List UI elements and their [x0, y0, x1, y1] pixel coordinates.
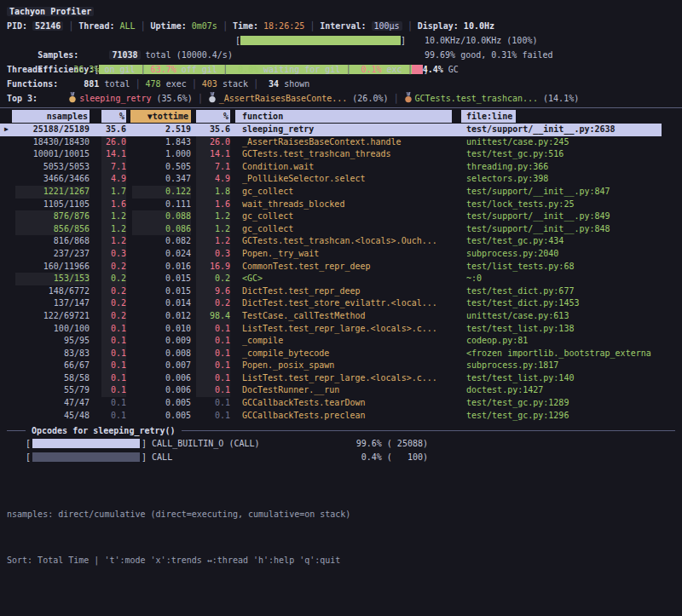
cell-fn: _PollLikeSelector.select: [242, 173, 455, 186]
table-row[interactable]: 122/697210.20.01298.4TestCase._callTestM…: [0, 310, 682, 323]
cell-ns: 95/95: [15, 335, 90, 348]
cell-ns: 816/868: [15, 235, 90, 248]
table-row[interactable]: 1221/12671.70.1221.8gc_collecttest/suppo…: [0, 186, 682, 199]
table-row[interactable]: 47/470.10.0050.1GCCallbackTests.tearDown…: [0, 397, 682, 410]
threads-label: Threads:: [7, 65, 48, 74]
table-row[interactable]: 153/1530.20.0150.2<GC>~:0: [0, 273, 682, 285]
cell-fl: test/list_tests.py:68: [466, 261, 667, 273]
threads-value: 0.1%: [355, 65, 381, 74]
column-header-ns[interactable]: nsamples: [12, 110, 90, 123]
samples-rate: 10.0KHz/10.0KHz (100%): [425, 33, 537, 48]
top3-percent: (35.6%): [152, 94, 193, 103]
samples-bar: [240, 36, 401, 45]
opcode-bar-bracket: [: [26, 452, 31, 462]
cell-p2: 4.9: [196, 173, 230, 186]
cell-fl: codeop.py:81: [466, 335, 667, 348]
status-value: 0m07s: [192, 21, 217, 31]
table-row[interactable]: 876/8761.20.0881.2gc_collecttest/support…: [0, 210, 682, 223]
silver-medal-icon: [208, 92, 217, 107]
cell-p2: 16.9: [196, 261, 230, 273]
cell-p1: 0.3: [101, 248, 126, 261]
table-row[interactable]: 816/8681.20.0821.2GCTests.test_trashcan.…: [0, 235, 682, 248]
cell-p2: 0.1: [196, 397, 230, 410]
cell-p1: 0.1: [101, 323, 126, 336]
cell-fn: Condition.wait: [242, 161, 455, 174]
table-row[interactable]: 3466/34664.90.3474.9_PollLikeSelector.se…: [0, 173, 682, 186]
table-row[interactable]: 18430/1843026.01.84326.0_AssertRaisesBas…: [0, 136, 682, 149]
table-row[interactable]: ▶25188/2518935.62.51935.6sleeping_retryt…: [0, 124, 662, 136]
table-row[interactable]: 45/480.10.0050.1GCCallbackTests.preclean…: [0, 410, 682, 423]
status-value: 10.0Hz: [464, 21, 494, 31]
cell-ns: 122/69721: [15, 310, 90, 323]
cell-ns: 10001/10015: [15, 148, 90, 161]
cell-fl: test/test_gc.py:1296: [466, 410, 667, 423]
table-row[interactable]: 58/580.10.0060.1ListTest.test_repr_large…: [0, 372, 682, 385]
cell-ns: 876/876: [15, 210, 90, 223]
app-title: Tachyon Profiler: [7, 7, 94, 16]
top3-percent: (26.0%): [347, 94, 388, 103]
table-row[interactable]: 137/1470.20.0140.2DictTest.test_store_ev…: [0, 297, 682, 310]
cell-fl: ~:0: [466, 273, 667, 285]
cell-tt: 0.008: [132, 348, 191, 360]
cell-ns: 148/6772: [15, 285, 90, 298]
cell-tt: 0.016: [132, 261, 191, 273]
table-row[interactable]: 83/830.10.0080.1_compile_bytecode<frozen…: [0, 348, 682, 360]
threads-separator: │: [340, 65, 355, 74]
top3-function-name: sleeping_retry: [79, 94, 151, 103]
cell-fn: _compile: [242, 335, 455, 348]
cell-fl: test/support/__init__.py:849: [466, 210, 667, 223]
cell-tt: 0.347: [132, 173, 191, 186]
cell-p1: 0.2: [101, 273, 126, 285]
cell-fl: threading.py:366: [466, 161, 667, 174]
table-row[interactable]: 148/67720.20.0159.6DictTest.test_repr_de…: [0, 285, 682, 298]
table-row[interactable]: 100/1000.10.0100.1ListTest.test_repr_lar…: [0, 323, 682, 336]
status-separator: │: [304, 21, 320, 31]
cell-fn: gc_collect: [242, 210, 455, 223]
cell-p1: 0.1: [101, 335, 126, 348]
status-label: Thread:: [78, 21, 119, 31]
cell-fl: test/support/__init__.py:848: [466, 223, 667, 236]
opcode-name: CALL: [147, 452, 172, 462]
cell-p2: 0.2: [196, 297, 230, 310]
cell-fn: TestCase._callTestMethod: [242, 310, 455, 323]
cell-fl: test/lock_tests.py:25: [466, 199, 667, 211]
cell-fl: test/test_list.py:140: [466, 372, 667, 385]
column-header-tt[interactable]: ▼tottime: [130, 110, 191, 123]
column-header-p1[interactable]: %: [101, 110, 126, 123]
table-row[interactable]: 10001/1001514.11.00014.1GCTests.test_tra…: [0, 148, 682, 161]
cell-fn: GCCallbackTests.tearDown: [242, 397, 455, 410]
cell-p2: 1.2: [196, 235, 230, 248]
cell-ns: 66/67: [15, 360, 90, 372]
column-header-fl[interactable]: file:line: [461, 110, 516, 123]
cell-fl: test/support/__init__.py:847: [466, 186, 667, 199]
cell-p2: 35.6: [196, 124, 230, 136]
column-header-fn[interactable]: function: [235, 110, 452, 123]
cell-tt: 0.010: [132, 323, 191, 336]
cell-tt: 0.122: [132, 186, 191, 199]
cell-fn: gc_collect: [242, 186, 455, 199]
cell-fn: GCTests.test_trashcan_threads: [242, 148, 455, 161]
threads-text: waiting for gil: [258, 65, 340, 74]
cell-p2: 7.1: [196, 161, 230, 174]
table-row[interactable]: 95/950.10.0090.1_compilecodeop.py:81: [0, 335, 682, 348]
column-header-p2[interactable]: %: [196, 110, 230, 123]
samples-line: Samples: 71038 total (10000.4/s) [] 10.0…: [7, 33, 682, 48]
cell-ns: 153/153: [15, 273, 90, 285]
table-row[interactable]: 66/670.10.0070.1Popen._posix_spawnsubpro…: [0, 360, 682, 372]
cell-fl: test/test_dict.py:1453: [466, 297, 667, 310]
cell-tt: 0.015: [132, 285, 191, 298]
table-row[interactable]: 5053/50537.10.5057.1Condition.waitthread…: [0, 161, 682, 174]
cell-tt: 0.111: [132, 199, 191, 211]
table-row[interactable]: 1105/11051.60.1111.6wait_threads_blocked…: [0, 199, 682, 211]
table-row[interactable]: 55/790.10.0060.1DocTestRunner.__rundocte…: [0, 384, 682, 397]
functions-line: Functions: 881 total │ 478 exec │ 403 st…: [7, 77, 682, 91]
table-row[interactable]: 160/119660.20.01616.9CommonTest.test_rep…: [0, 261, 682, 273]
cell-fn: wait_threads_blocked: [242, 199, 455, 211]
table-row[interactable]: 237/2370.30.0240.3Popen._try_waitsubproc…: [0, 248, 682, 261]
cell-p2: 9.6: [196, 285, 230, 298]
cell-p1: 0.1: [101, 410, 126, 423]
table-row[interactable]: 856/8561.20.0861.2gc_collecttest/support…: [0, 223, 682, 236]
cell-fn: GCTests.test_trashcan.<locals>.Ouch...: [242, 235, 455, 248]
cell-tt: 0.005: [132, 410, 191, 423]
opcode-stats: 0.4% ( 100): [281, 451, 428, 464]
